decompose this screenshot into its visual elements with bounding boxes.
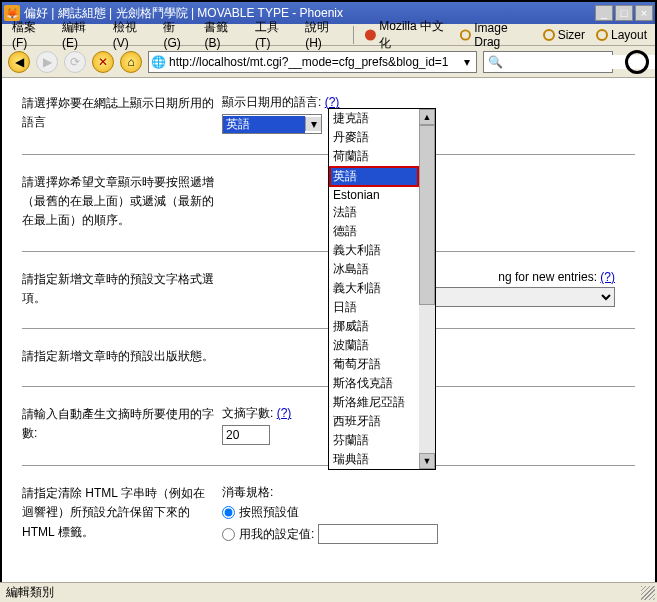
ext-image-drag[interactable]: Image Drag	[455, 19, 535, 51]
dropdown-item[interactable]: 義大利語	[329, 241, 419, 260]
dropdown-item[interactable]: 斯洛伐克語	[329, 374, 419, 393]
dropdown-item[interactable]: 斯洛維尼亞語	[329, 393, 419, 412]
svg-point-1	[461, 30, 470, 39]
search-icon: 🔍	[488, 55, 503, 69]
menubar: 檔案(F) 編輯(E) 檢視(V) 衝(G) 書籤(B) 工具(T) 說明(H)…	[2, 24, 655, 46]
search-bar[interactable]: 🔍	[483, 51, 613, 73]
ext-mozilla-cn[interactable]: Mozilla 中文化	[360, 16, 453, 54]
row-language-desc: 請選擇妳要在網誌上顯示日期所用的語言	[22, 94, 222, 134]
menu-view[interactable]: 檢視(V)	[107, 17, 156, 52]
url-protocol-icon: 🌐	[151, 55, 166, 69]
ext-layout-label: Layout	[611, 28, 647, 42]
language-label: 顯示日期用的語言:	[222, 95, 321, 109]
row-sanitize-desc: 請指定清除 HTML 字串時（例如在迴響裡）所預設允許保留下來的 HTML 標籤…	[22, 484, 222, 547]
scroll-track[interactable]	[419, 125, 435, 453]
sizer-icon	[542, 28, 556, 42]
resize-grip-icon[interactable]	[641, 586, 655, 600]
row-text-format-desc: 請指定新增文章時的預設文字格式選項。	[22, 270, 222, 308]
dropdown-item[interactable]: 英語	[329, 166, 419, 187]
menu-separator	[353, 26, 355, 44]
url-bar[interactable]: 🌐 ▾	[148, 51, 477, 73]
minimize-button[interactable]: _	[595, 5, 613, 21]
language-select-value: 英語	[223, 116, 305, 133]
dropdown-item[interactable]: 波蘭語	[329, 336, 419, 355]
text-format-label-tail: ng for new entries:	[498, 270, 597, 284]
scroll-down-icon[interactable]: ▼	[419, 453, 435, 469]
dropdown-items: 捷克語丹麥語荷蘭語英語Estonian法語德語義大利語冰島語義大利語日語挪威語波…	[329, 109, 419, 469]
menu-help[interactable]: 說明(H)	[299, 17, 348, 52]
ext-layout[interactable]: Layout	[591, 26, 651, 44]
forward-button[interactable]: ▶	[36, 51, 58, 73]
menu-edit[interactable]: 編輯(E)	[56, 17, 105, 52]
dropdown-item[interactable]: 丹麥語	[329, 128, 419, 147]
sanitize-custom-radio[interactable]	[222, 528, 235, 541]
menu-go[interactable]: 衝(G)	[157, 17, 196, 52]
dropdown-item[interactable]: 日語	[329, 298, 419, 317]
window-controls: _ □ ×	[595, 5, 653, 21]
dropdown-scrollbar[interactable]: ▲ ▼	[419, 109, 435, 469]
menu-tools[interactable]: 工具(T)	[249, 17, 297, 52]
ext-sizer-label: Sizer	[558, 28, 585, 42]
language-dropdown-list: 捷克語丹麥語荷蘭語英語Estonian法語德語義大利語冰島語義大利語日語挪威語波…	[328, 108, 436, 470]
sanitize-custom-input[interactable]	[318, 524, 438, 544]
close-button[interactable]: ×	[635, 5, 653, 21]
ext-mozilla-cn-label: Mozilla 中文化	[379, 18, 449, 52]
maximize-button[interactable]: □	[615, 5, 633, 21]
ext-sizer[interactable]: Sizer	[538, 26, 589, 44]
scroll-up-icon[interactable]: ▲	[419, 109, 435, 125]
sanitize-custom-label: 用我的設定值:	[239, 526, 314, 543]
excerpt-help-link[interactable]: (?)	[277, 406, 292, 420]
dropdown-item[interactable]: 瑞典語	[329, 450, 419, 469]
dropdown-item[interactable]: 義大利語	[329, 279, 419, 298]
text-format-help-link[interactable]: (?)	[600, 270, 615, 284]
status-text: 編輯類別	[6, 584, 54, 601]
sanitize-default-label: 按照預設值	[239, 504, 299, 521]
url-input[interactable]	[169, 55, 457, 69]
content-area: 請選擇妳要在網誌上顯示日期所用的語言 顯示日期用的語言: (?) 英語 ▾ 捷克…	[2, 78, 655, 580]
sanitize-default-radio[interactable]	[222, 506, 235, 519]
dropdown-item[interactable]: 德語	[329, 222, 419, 241]
svg-point-3	[597, 30, 607, 40]
dropdown-item[interactable]: 法語	[329, 203, 419, 222]
scroll-thumb[interactable]	[419, 125, 435, 305]
mozilla-icon	[364, 28, 377, 42]
sanitize-label: 消毒規格:	[222, 484, 635, 501]
image-drag-icon	[459, 28, 472, 42]
menu-file[interactable]: 檔案(F)	[6, 17, 54, 52]
home-button[interactable]: ⌂	[120, 51, 142, 73]
dropdown-item[interactable]: 西班牙語	[329, 412, 419, 431]
dropdown-item[interactable]: 荷蘭語	[329, 147, 419, 166]
reload-button[interactable]: ⟳	[64, 51, 86, 73]
dropdown-item[interactable]: 捷克語	[329, 109, 419, 128]
row-publish-status-desc: 請指定新增文章時的預設出版狀態。	[22, 347, 222, 366]
dropdown-item[interactable]: 芬蘭語	[329, 431, 419, 450]
dropdown-item[interactable]: 冰島語	[329, 260, 419, 279]
ext-image-drag-label: Image Drag	[474, 21, 531, 49]
language-help-link[interactable]: (?)	[325, 95, 340, 109]
row-order-desc: 請選擇妳希望文章顯示時要按照遞增（最舊的在最上面）或遞減（最新的在最上面）的順序…	[22, 173, 222, 231]
statusbar: 編輯類別	[0, 582, 657, 602]
url-dropdown-icon[interactable]: ▾	[460, 55, 474, 69]
excerpt-label: 文摘字數:	[222, 406, 273, 420]
excerpt-words-input[interactable]	[222, 425, 270, 445]
dropdown-item[interactable]: Estonian	[329, 187, 419, 203]
menu-bookmarks[interactable]: 書籤(B)	[198, 17, 247, 52]
dropdown-item[interactable]: 葡萄牙語	[329, 355, 419, 374]
dropdown-item[interactable]: 挪威語	[329, 317, 419, 336]
row-excerpt-desc: 請輸入自動產生文摘時所要使用的字數:	[22, 405, 222, 445]
toolbar: ◀ ▶ ⟳ ✕ ⌂ 🌐 ▾ 🔍	[2, 46, 655, 78]
row-sanitize: 請指定清除 HTML 字串時（例如在迴響裡）所預設允許保留下來的 HTML 標籤…	[22, 465, 635, 557]
stop-button[interactable]: ✕	[92, 51, 114, 73]
chevron-down-icon[interactable]: ▾	[305, 117, 321, 131]
svg-point-2	[544, 30, 554, 40]
back-button[interactable]: ◀	[8, 51, 30, 73]
layout-icon	[595, 28, 609, 42]
throbber-icon	[625, 50, 649, 74]
language-select[interactable]: 英語 ▾	[222, 114, 322, 134]
svg-point-0	[365, 29, 376, 40]
